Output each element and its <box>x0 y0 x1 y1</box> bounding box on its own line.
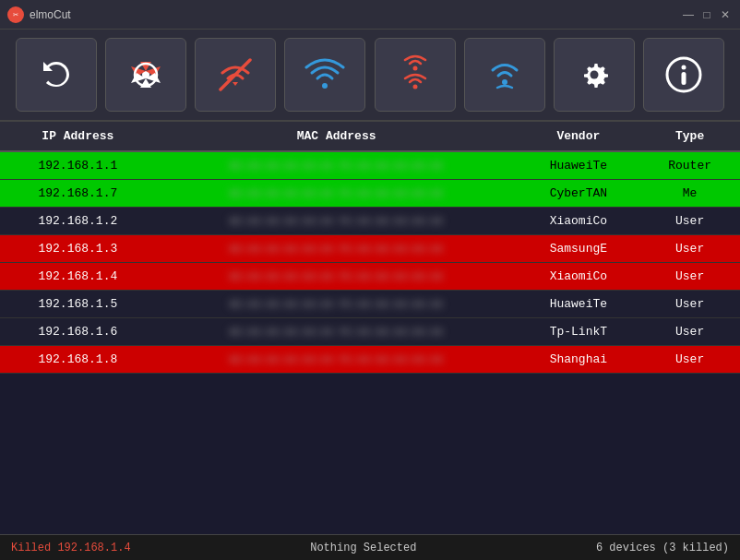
device-table: IP Address MAC Address Vendor Type 192.1… <box>0 122 740 374</box>
cell-type: User <box>639 291 740 318</box>
status-killed: Killed 192.168.1.4 <box>11 542 131 554</box>
info-icon <box>662 53 706 97</box>
cell-type: Me <box>639 180 740 208</box>
table-row[interactable]: 192.168.1.1DC:XX:XX:XX:XX:XX FC:XX:XX:XX… <box>0 151 740 180</box>
wifi-red-double-icon <box>393 53 437 97</box>
table-row[interactable]: 192.168.1.3DC:XX:XX:XX:XX:XX FC:XX:XX:XX… <box>0 235 740 263</box>
refresh-button[interactable] <box>16 38 97 112</box>
table-row[interactable]: 192.168.1.2DC:XX:XX:XX:XX:XX FC:XX:XX:XX… <box>0 208 740 235</box>
status-devices: 6 devices (3 killed) <box>596 542 729 554</box>
cell-ip: 192.168.1.7 <box>0 180 156 208</box>
device-table-container: IP Address MAC Address Vendor Type 192.1… <box>0 122 740 534</box>
svg-rect-12 <box>682 72 686 85</box>
svg-point-7 <box>502 79 507 85</box>
cell-type: User <box>639 346 740 374</box>
cell-vendor: CyberTAN <box>517 180 639 208</box>
table-row[interactable]: 192.168.1.5DC:XX:XX:XX:XX:XX FC:XX:XX:XX… <box>0 291 740 318</box>
cell-mac: DC:XX:XX:XX:XX:XX FC:XX:XX:XX:XX:XX <box>156 318 518 346</box>
toolbar <box>0 30 740 122</box>
table-body: 192.168.1.1DC:XX:XX:XX:XX:XX FC:XX:XX:XX… <box>0 151 740 374</box>
info-button[interactable] <box>643 38 724 112</box>
table-row[interactable]: 192.168.1.7DC:XX:XX:XX:XX:XX FC:XX:XX:XX… <box>0 180 740 208</box>
status-bar: Killed 192.168.1.4 Nothing Selected 6 de… <box>0 534 740 560</box>
status-selection: Nothing Selected <box>310 542 416 554</box>
cell-vendor: HuaweiTe <box>517 291 639 318</box>
wifi-cut-red-button[interactable] <box>195 38 276 112</box>
cell-mac: DC:XX:XX:XX:XX:XX FC:XX:XX:XX:XX:XX <box>156 208 518 235</box>
cell-ip: 192.168.1.1 <box>0 151 156 180</box>
close-button[interactable]: ✕ <box>718 7 733 22</box>
col-vendor: Vendor <box>517 122 639 151</box>
wifi-blue-icon <box>303 53 347 97</box>
cell-mac: DC:XX:XX:XX:XX:XX FC:XX:XX:XX:XX:XX <box>156 180 518 208</box>
cell-mac: DC:XX:XX:XX:XX:XX FC:XX:XX:XX:XX:XX <box>156 151 518 180</box>
svg-point-2 <box>143 72 149 77</box>
wifi-red-cut-icon <box>213 53 257 97</box>
wifi-blue-small-button[interactable] <box>464 38 545 112</box>
cell-mac: DC:XX:XX:XX:XX:XX FC:XX:XX:XX:XX:XX <box>156 263 518 291</box>
table-row[interactable]: 192.168.1.6DC:XX:XX:XX:XX:XX FC:XX:XX:XX… <box>0 318 740 346</box>
cell-vendor: XiaomiCo <box>517 263 639 291</box>
cell-type: User <box>639 208 740 235</box>
nuclear-icon <box>124 53 168 97</box>
wifi-red-double-button[interactable] <box>375 38 456 112</box>
svg-point-11 <box>682 66 686 70</box>
cell-type: User <box>639 235 740 263</box>
settings-button[interactable] <box>554 38 635 112</box>
wifi-blue-small-icon <box>483 53 527 97</box>
col-type: Type <box>639 122 740 151</box>
cell-vendor: XiaomiCo <box>517 208 639 235</box>
cell-vendor: HuaweiTe <box>517 151 639 180</box>
cell-vendor: Shanghai <box>517 346 639 374</box>
cell-mac: DC:XX:XX:XX:XX:XX FC:XX:XX:XX:XX:XX <box>156 235 518 263</box>
app-icon: ✂ <box>7 6 24 23</box>
app-title: elmoCut <box>30 8 681 21</box>
minimize-button[interactable]: — <box>681 7 696 22</box>
cell-ip: 192.168.1.2 <box>0 208 156 235</box>
cell-vendor: Tp-LinkT <box>517 318 639 346</box>
cell-mac: DC:XX:XX:XX:XX:XX FC:XX:XX:XX:XX:XX <box>156 346 518 374</box>
nuclear-button[interactable] <box>105 38 186 112</box>
col-ip: IP Address <box>0 122 156 151</box>
cell-ip: 192.168.1.5 <box>0 291 156 318</box>
svg-point-9 <box>591 71 599 79</box>
table-row[interactable]: 192.168.1.4DC:XX:XX:XX:XX:XX FC:XX:XX:XX… <box>0 263 740 291</box>
cell-type: User <box>639 263 740 291</box>
table-header-row: IP Address MAC Address Vendor Type <box>0 122 740 151</box>
title-bar: ✂ elmoCut — □ ✕ <box>0 0 740 30</box>
table-row[interactable]: 192.168.1.8DC:XX:XX:XX:XX:XX FC:XX:XX:XX… <box>0 346 740 374</box>
svg-point-6 <box>412 85 417 89</box>
svg-point-5 <box>412 66 417 71</box>
cell-ip: 192.168.1.6 <box>0 318 156 346</box>
cell-ip: 192.168.1.4 <box>0 263 156 291</box>
cell-type: Router <box>639 151 740 180</box>
cell-type: User <box>639 318 740 346</box>
cell-vendor: SamsungE <box>517 235 639 263</box>
col-mac: MAC Address <box>156 122 518 151</box>
maximize-button[interactable]: □ <box>699 7 714 22</box>
refresh-icon <box>34 53 78 97</box>
cell-ip: 192.168.1.8 <box>0 346 156 374</box>
cell-ip: 192.168.1.3 <box>0 235 156 263</box>
wifi-blue-button[interactable] <box>284 38 365 112</box>
gear-icon <box>572 53 616 97</box>
svg-point-4 <box>322 83 328 89</box>
window-controls: — □ ✕ <box>681 7 733 22</box>
cell-mac: DC:XX:XX:XX:XX:XX FC:XX:XX:XX:XX:XX <box>156 291 518 318</box>
